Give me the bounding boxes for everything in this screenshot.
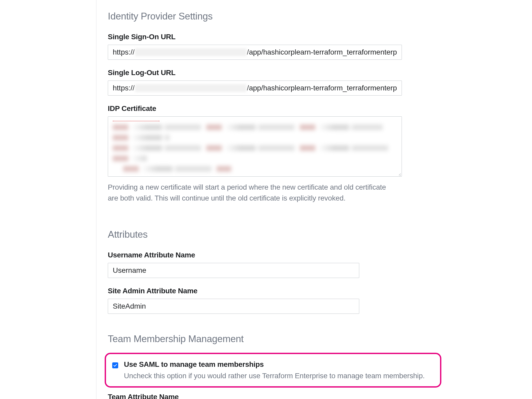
use-saml-content: Use SAML to manage team memberships Unch… bbox=[124, 360, 425, 380]
use-saml-title: Use SAML to manage team memberships bbox=[124, 360, 425, 369]
username-attr-label: Username Attribute Name bbox=[108, 251, 408, 259]
idp-cert-label: IDP Certificate bbox=[108, 104, 408, 113]
team-attr-field: Team Attribute Name bbox=[108, 393, 408, 399]
use-saml-desc: Uncheck this option if you would rather … bbox=[124, 372, 425, 380]
username-attr-value: Username bbox=[113, 266, 146, 275]
redacted-text bbox=[135, 48, 247, 56]
textarea-resize-handle[interactable] bbox=[397, 172, 401, 176]
idp-cert-helper: Providing a new certificate will start a… bbox=[108, 182, 394, 204]
left-gutter bbox=[0, 0, 96, 399]
sso-url-input[interactable]: https:// /app/hashicorplearn-terraform_t… bbox=[108, 45, 402, 60]
idp-cert-textarea[interactable] bbox=[108, 116, 402, 177]
slo-url-suffix: /app/hashicorplearn-terraform_terraforme… bbox=[247, 84, 397, 92]
slo-url-field: Single Log-Out URL https:// /app/hashico… bbox=[108, 69, 408, 96]
redacted-text bbox=[135, 84, 247, 92]
siteadmin-attr-value: SiteAdmin bbox=[113, 302, 146, 310]
checkmark-icon bbox=[113, 363, 117, 368]
sso-url-prefix: https:// bbox=[113, 48, 135, 56]
username-attr-input[interactable]: Username bbox=[108, 263, 359, 278]
slo-url-prefix: https:// bbox=[113, 84, 135, 92]
use-saml-checkbox[interactable] bbox=[112, 362, 118, 368]
team-heading: Team Membership Management bbox=[108, 334, 408, 344]
siteadmin-attr-label: Site Admin Attribute Name bbox=[108, 287, 408, 295]
sso-url-label: Single Sign-On URL bbox=[108, 33, 408, 41]
redacted-certificate bbox=[113, 124, 397, 172]
use-saml-checkbox-row[interactable]: Use SAML to manage team memberships Unch… bbox=[109, 360, 433, 380]
idp-heading: Identity Provider Settings bbox=[108, 11, 408, 22]
slo-url-input[interactable]: https:// /app/hashicorplearn-terraform_t… bbox=[108, 81, 402, 96]
siteadmin-attr-field: Site Admin Attribute Name SiteAdmin bbox=[108, 287, 408, 314]
sso-url-suffix: /app/hashicorplearn-terraform_terraforme… bbox=[247, 48, 397, 56]
attributes-heading: Attributes bbox=[108, 229, 408, 240]
team-attr-label: Team Attribute Name bbox=[108, 393, 408, 399]
highlight-annotation: Use SAML to manage team memberships Unch… bbox=[105, 353, 441, 388]
slo-url-label: Single Log-Out URL bbox=[108, 69, 408, 77]
spellcheck-underline bbox=[113, 121, 159, 121]
settings-content: Identity Provider Settings Single Sign-O… bbox=[96, 0, 408, 399]
username-attr-field: Username Attribute Name Username bbox=[108, 251, 408, 278]
siteadmin-attr-input[interactable]: SiteAdmin bbox=[108, 299, 359, 314]
idp-cert-field: IDP Certificate Providing a new certific… bbox=[108, 104, 408, 204]
sso-url-field: Single Sign-On URL https:// /app/hashico… bbox=[108, 33, 408, 60]
